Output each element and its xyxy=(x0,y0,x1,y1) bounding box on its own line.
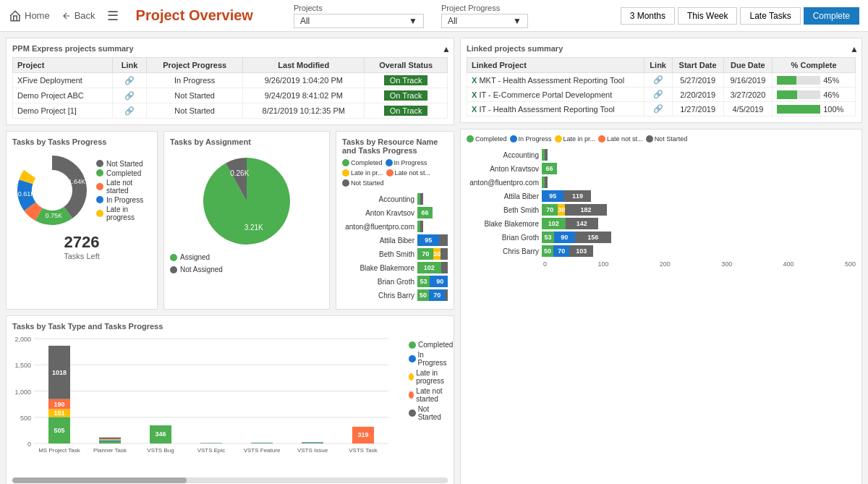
tasks-progress-title: Tasks by Tasks Progress xyxy=(12,137,151,146)
link-cell[interactable]: 🔗 xyxy=(113,88,147,103)
bar-legend-item: Late in progress xyxy=(409,369,453,385)
bar-legend-item: In Progress xyxy=(409,351,453,367)
legend-dot xyxy=(342,159,349,166)
linked-table: Linked Project Link Start Date Due Date … xyxy=(467,57,856,116)
donut-legend: Not StartedCompletedLate not startedIn P… xyxy=(96,158,151,223)
link-cell[interactable]: 🔗 xyxy=(113,73,147,88)
bar-value: 346 xyxy=(155,430,166,438)
resource-row: Blake Blakemore 102142 xyxy=(467,218,856,229)
bar-segment: 90 xyxy=(430,276,448,287)
legend-color xyxy=(96,210,103,217)
resource-name: Accounting xyxy=(467,151,539,159)
linked-summary-card: Linked projects summary ▲ Linked Project… xyxy=(460,38,862,123)
resource-legend2: CompletedIn ProgressLate in pr...Late no… xyxy=(467,135,856,143)
bar-chart-container: 2,0001,5001,00050005051511901018MS Proje… xyxy=(12,335,403,475)
link-cell[interactable]: 🔗 xyxy=(113,103,147,119)
ppm-table: Project Link Project Progress Last Modif… xyxy=(12,57,448,119)
ppm-title: PPM Express projects summary xyxy=(12,44,448,53)
projects-select[interactable]: All ▼ xyxy=(294,14,424,28)
pie-legend-text: Not Assigned xyxy=(180,266,223,273)
resource-legend: CompletedIn ProgressLate in pr...Late no… xyxy=(342,159,448,187)
resource-bar: 5070103 xyxy=(417,289,448,301)
linked-link-cell[interactable]: 🔗 xyxy=(644,73,672,88)
project-name: XFive Deployment xyxy=(13,73,113,88)
x-axis-label: VSTS Bug xyxy=(147,447,174,454)
legend-dot xyxy=(386,159,393,166)
progress-select[interactable]: All ▼ xyxy=(441,14,528,28)
bar-segment: 182 xyxy=(441,248,448,260)
bar-segment: 90 xyxy=(554,232,575,243)
modified-cell: 8/21/2019 10:12:35 PM xyxy=(243,103,365,119)
progress-label: Project Progress xyxy=(441,4,528,12)
project-name: Demo Project ABC xyxy=(13,88,113,103)
status-cell: On Track xyxy=(365,73,448,88)
legend-text: Late in pr... xyxy=(351,169,383,177)
back-nav[interactable]: Back xyxy=(61,10,95,21)
linked-due: 3/27/2020 xyxy=(723,88,773,102)
resource-name: Attila Biber xyxy=(342,237,414,245)
bar-rect xyxy=(99,441,121,441)
3months-btn[interactable]: 3 Months xyxy=(621,7,675,25)
y-axis-label: 2,000 xyxy=(14,336,31,343)
progress-cell: Not Started xyxy=(147,103,243,119)
bar-segment: 142 xyxy=(566,218,598,229)
modified-cell: 9/24/2019 8:41:02 PM xyxy=(243,88,365,103)
resource-bar: 95119 xyxy=(417,234,448,246)
donut-label: 0.75K xyxy=(45,212,62,219)
progress-cell: Not Started xyxy=(147,88,243,103)
linked-col-link: Link xyxy=(644,58,672,73)
left-column: PPM Express projects summary ▲ Project L… xyxy=(6,38,454,484)
resource-name: anton@fluentpro.com xyxy=(342,223,414,231)
ppm-scroll-up[interactable]: ▲ xyxy=(442,44,451,54)
bar-legend-dot xyxy=(409,355,416,362)
linked-link-cell[interactable]: 🔗 xyxy=(644,102,672,116)
resource-name: Attila Biber xyxy=(467,192,539,200)
bar-segment: 66 xyxy=(542,163,557,174)
bar-value: 1018 xyxy=(52,369,67,376)
resource-row: Beth Smith 7030182 xyxy=(342,248,448,260)
linked-project-name: X IT - E-Commerce Portal Development xyxy=(467,88,644,102)
resource-row: Accounting xyxy=(342,193,448,205)
resource-row: anton@fluentpro.com xyxy=(467,177,856,188)
legend-text2: Not Started xyxy=(655,135,688,143)
bar-legend-dot xyxy=(409,409,416,417)
tasks-resource-title: Tasks by Resource Name and Tasks Progres… xyxy=(342,137,448,155)
bar-legend-item: Not Started xyxy=(409,405,453,421)
excel-icon: X xyxy=(472,105,477,114)
resource-bar xyxy=(417,193,423,205)
nav-buttons: 3 Months This Week Late Tasks Complete xyxy=(621,7,859,25)
tasks-left-text: Tasks Left xyxy=(12,252,151,260)
resource-name: Anton Kravtsov xyxy=(467,165,539,173)
bar-legend-text: Not Started xyxy=(418,405,454,421)
resource-legend-item: Late not st... xyxy=(386,169,431,177)
horizontal-scrollbar[interactable] xyxy=(12,477,448,483)
excel-icon: X xyxy=(472,76,477,85)
resource-bar: 95119 xyxy=(542,190,591,202)
bar-legend-dot xyxy=(409,373,414,381)
menu-icon[interactable]: ☰ xyxy=(107,8,119,24)
legend-dot2 xyxy=(646,135,653,143)
linked-scroll-up[interactable]: ▲ xyxy=(850,44,859,54)
linked-link-cell[interactable]: 🔗 xyxy=(644,88,672,102)
resource-row: Attila Biber 95119 xyxy=(467,190,856,202)
bar-value: 319 xyxy=(357,431,368,438)
top-nav: Home Back ☰ Project Overview Projects Al… xyxy=(0,0,868,32)
home-label: Home xyxy=(25,10,50,21)
donut-chart: 1.64K0.75K0.61K xyxy=(12,150,92,230)
pie-chart: 3.21K0.26K xyxy=(189,150,305,252)
bar-segment: 30 xyxy=(433,248,441,260)
resource-row: Attila Biber 95119 xyxy=(342,234,448,246)
project-name: Demo Project [1] xyxy=(13,103,113,119)
bar-legend-dot xyxy=(409,341,416,349)
bar-segment: 156 xyxy=(575,232,611,243)
progress-filter: Project Progress All ▼ xyxy=(441,4,528,28)
pie-legend-item: Not Assigned xyxy=(170,266,323,273)
thisweek-btn[interactable]: This Week xyxy=(678,7,737,25)
bar-legend-dot xyxy=(409,391,414,399)
home-nav[interactable]: Home xyxy=(9,9,50,22)
bar-segment: 70 xyxy=(542,204,558,216)
bar-segment: 182 xyxy=(565,204,607,216)
complete-btn[interactable]: Complete xyxy=(804,7,859,25)
latetasks-btn[interactable]: Late Tasks xyxy=(740,7,800,25)
legend-dot xyxy=(386,169,393,177)
